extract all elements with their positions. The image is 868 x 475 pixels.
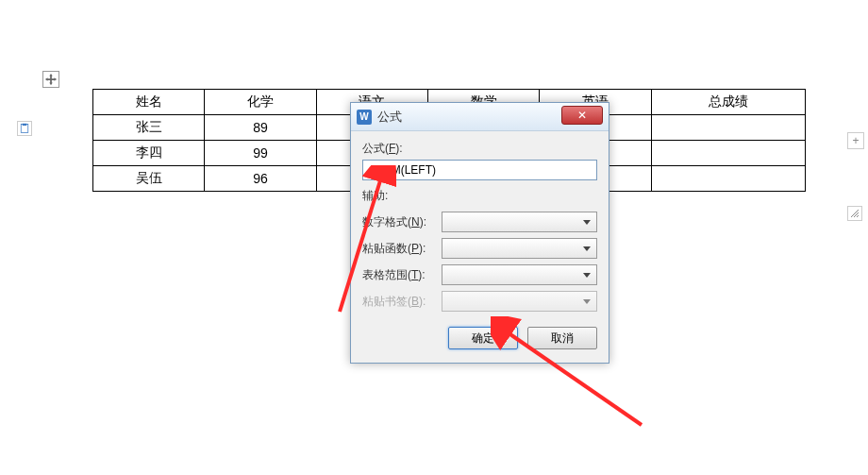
number-format-label: 数字格式(N):	[362, 214, 442, 230]
cell-chem[interactable]: 96	[205, 166, 316, 192]
paste-options-icon[interactable]	[17, 121, 32, 136]
cell-chem[interactable]: 89	[205, 115, 316, 141]
cell-chem[interactable]: 99	[205, 141, 316, 166]
close-icon: ✕	[577, 109, 587, 122]
cell-total[interactable]	[651, 166, 805, 192]
close-button[interactable]: ✕	[561, 106, 603, 125]
ok-button[interactable]: 确定	[448, 327, 518, 349]
paste-function-label: 粘贴函数(P):	[362, 241, 442, 257]
cell-total[interactable]	[651, 115, 805, 141]
dialog-titlebar[interactable]: W 公式 ✕	[351, 103, 609, 131]
paste-bookmark-label: 粘贴书签(B):	[362, 294, 442, 310]
paste-function-combo[interactable]	[442, 238, 597, 259]
formula-input[interactable]	[362, 160, 597, 180]
aux-section-label: 辅助:	[362, 188, 597, 204]
resize-icon	[850, 209, 860, 218]
col-name: 姓名	[93, 90, 205, 115]
add-column-button[interactable]: +	[847, 132, 864, 149]
move-arrows-icon	[44, 73, 58, 86]
table-move-handle[interactable]	[42, 71, 59, 88]
app-w-icon: W	[357, 110, 372, 125]
formula-label: 公式(F):	[362, 141, 597, 157]
clipboard-icon	[19, 123, 30, 134]
cell-total[interactable]	[651, 141, 805, 166]
table-resize-handle[interactable]	[847, 206, 862, 221]
formula-dialog: W 公式 ✕ 公式(F): 辅助: 数字格式(N): 粘贴函数(P):	[350, 102, 609, 364]
cancel-button[interactable]: 取消	[527, 327, 597, 349]
col-total: 总成绩	[651, 90, 805, 115]
table-range-label: 表格范围(T):	[362, 267, 442, 283]
col-chemistry: 化学	[205, 90, 316, 115]
cell-name[interactable]: 张三	[93, 115, 205, 141]
table-range-combo[interactable]	[442, 264, 597, 285]
cell-name[interactable]: 吴伍	[93, 166, 205, 192]
cell-name[interactable]: 李四	[93, 141, 205, 166]
dialog-title: 公式	[377, 109, 402, 126]
number-format-combo[interactable]	[442, 212, 597, 232]
svg-rect-1	[23, 124, 27, 126]
paste-bookmark-combo	[442, 291, 597, 312]
